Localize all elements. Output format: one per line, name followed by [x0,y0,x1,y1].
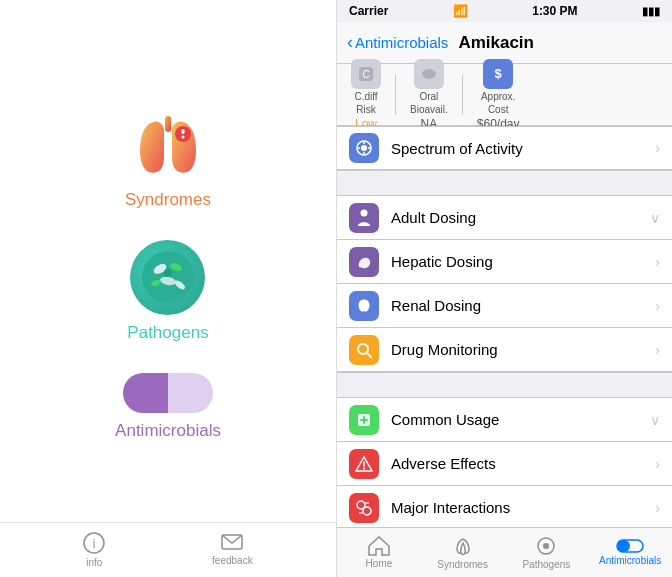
cost-icon: $ [483,59,513,89]
section-sep-2 [337,372,672,398]
info-divider-2 [462,75,463,115]
svg-rect-39 [617,540,630,552]
hepatic-dosing-chevron: › [655,254,660,270]
svg-point-23 [361,209,368,216]
oral-bioavail-info: Oral Bioavail. NA [410,59,448,131]
list-item-major-interactions[interactable]: Major Interactions › [337,486,672,527]
renal-dosing-chevron: › [655,298,660,314]
cost-info: $ Approx. Cost $60/day [477,59,520,131]
adverse-effects-icon [349,449,379,479]
info-divider-1 [395,75,396,115]
pathogens-item[interactable]: Pathogens [127,240,208,343]
hepatic-dosing-label: Hepatic Dosing [391,253,643,270]
list-container: Spectrum of Activity › Adult Dosing ∨ He… [337,126,672,527]
feedback-label: feedback [212,555,253,566]
svg-point-3 [181,135,184,138]
right-panel: Carrier 📶 1:30 PM ▮▮▮ ‹ Antimicrobials A… [336,0,672,577]
status-wifi-icon: 📶 [453,4,468,18]
cost-bottom-label: Cost [488,104,509,115]
svg-rect-0 [165,116,171,132]
spectrum-chevron: › [655,140,660,156]
svg-rect-2 [181,129,184,134]
renal-dosing-icon [349,291,379,321]
tab-syndromes[interactable]: Syndromes [421,535,505,570]
drug-monitoring-label: Drug Monitoring [391,341,643,358]
drug-monitoring-chevron: › [655,342,660,358]
oral-icon [414,59,444,89]
feedback-icon [221,534,243,552]
list-item-spectrum[interactable]: Spectrum of Activity › [337,126,672,170]
adverse-effects-chevron: › [655,456,660,472]
syndromes-icon [128,112,208,182]
cdiff-icon: C [351,59,381,89]
renal-dosing-label: Renal Dosing [391,297,643,314]
battery-icon: ▮▮▮ [642,5,660,18]
status-time: 1:30 PM [532,4,577,18]
list-item-renal-dosing[interactable]: Renal Dosing › [337,284,672,328]
antimicrobials-tab-label: Antimicrobials [599,555,661,566]
tab-home[interactable]: Home [337,536,421,569]
adverse-effects-label: Adverse Effects [391,455,643,472]
svg-point-18 [361,145,367,151]
svg-text:i: i [93,537,96,551]
left-bottom-bar: i info feedback [0,522,336,577]
home-tab-label: Home [366,558,393,569]
syndromes-tab-icon [452,535,474,557]
adult-dosing-label: Adult Dosing [391,209,638,226]
tab-pathogens[interactable]: Pathogens [505,535,589,570]
back-button[interactable]: ‹ Antimicrobials [347,32,448,53]
common-usage-chevron: ∨ [650,412,660,428]
oral-top-label: Oral [419,91,438,102]
pill-left [123,373,168,413]
status-bar: Carrier 📶 1:30 PM ▮▮▮ [337,0,672,22]
svg-point-16 [422,69,436,79]
list-item-adult-dosing[interactable]: Adult Dosing ∨ [337,196,672,240]
tab-antimicrobials[interactable]: Antimicrobials [588,539,672,566]
spectrum-icon [349,133,379,163]
svg-point-37 [543,543,549,549]
left-panel: Syndromes Pathogens [0,0,336,577]
cdiff-info: C C.diff Risk Low [351,59,381,131]
list-item-drug-monitoring[interactable]: Drug Monitoring › [337,328,672,372]
tab-bar: Home Syndromes Pathogens Antimicrobials [337,527,672,577]
syndromes-tab-label: Syndromes [437,559,488,570]
back-label: Antimicrobials [355,34,448,51]
list-item-hepatic-dosing[interactable]: Hepatic Dosing › [337,240,672,284]
pathogens-label: Pathogens [127,323,208,343]
major-interactions-label: Major Interactions [391,499,643,516]
antimicrobials-label: Antimicrobials [115,421,221,441]
cdiff-bottom-label: Risk [356,104,375,115]
info-button[interactable]: i info [83,532,105,568]
common-usage-icon [349,405,379,435]
svg-point-10 [164,269,172,277]
carrier-text: Carrier [349,4,388,18]
pathogens-tab-icon [535,535,557,557]
pill-right [168,373,213,413]
pathogens-icon [130,240,205,315]
spectrum-label: Spectrum of Activity [391,140,643,157]
list-item-common-usage[interactable]: Common Usage ∨ [337,398,672,442]
hepatic-dosing-icon [349,247,379,277]
section-sep-1 [337,170,672,196]
back-chevron-icon: ‹ [347,32,353,53]
major-interactions-chevron: › [655,500,660,516]
list-item-adverse-effects[interactable]: Adverse Effects › [337,442,672,486]
major-interactions-icon [349,493,379,523]
home-tab-icon [368,536,390,556]
adult-dosing-icon [349,203,379,233]
left-icons: Syndromes Pathogens [115,30,221,522]
oral-bottom-label: Bioavail. [410,104,448,115]
feedback-button[interactable]: feedback [212,534,253,566]
info-label: info [86,557,102,568]
syndromes-item[interactable]: Syndromes [125,112,211,210]
svg-point-31 [363,467,365,469]
info-bar: C C.diff Risk Low Oral Bioavail. NA $ Ap… [337,64,672,126]
cdiff-top-label: C.diff [354,91,377,102]
page-title: Amikacin [458,33,534,53]
pathogens-tab-label: Pathogens [522,559,570,570]
syndromes-label: Syndromes [125,190,211,210]
antimicrobials-tab-icon [616,539,644,553]
svg-point-33 [363,507,371,515]
adult-dosing-chevron: ∨ [650,210,660,226]
antimicrobials-item[interactable]: Antimicrobials [115,373,221,441]
